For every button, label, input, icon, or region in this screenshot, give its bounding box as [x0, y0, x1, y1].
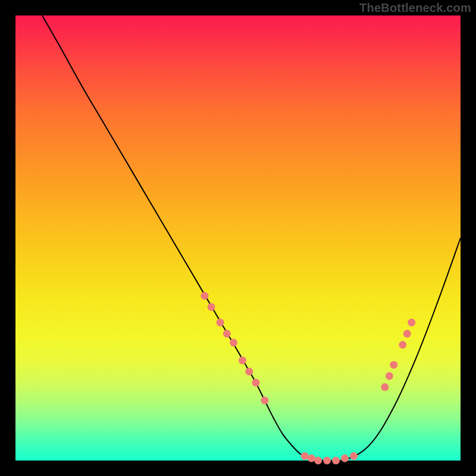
- marker-point: [323, 457, 331, 465]
- marker-point: [403, 330, 411, 337]
- curve-group: [42, 15, 461, 461]
- marker-point: [261, 397, 268, 405]
- markers-group: [201, 292, 415, 465]
- marker-point: [308, 455, 315, 462]
- marker-point: [381, 383, 389, 391]
- chart-svg: [15, 15, 461, 461]
- marker-point: [332, 457, 340, 465]
- marker-point: [245, 368, 253, 375]
- marker-point: [217, 319, 224, 327]
- series-curve: [42, 15, 461, 461]
- marker-point: [350, 452, 358, 460]
- marker-point: [252, 379, 259, 387]
- marker-point: [239, 356, 246, 364]
- marker-point: [301, 452, 309, 460]
- marker-point: [399, 341, 406, 349]
- marker-point: [390, 361, 397, 369]
- marker-point: [386, 372, 393, 380]
- marker-point: [223, 330, 231, 337]
- plot-area: [15, 15, 461, 461]
- marker-point: [230, 339, 237, 346]
- marker-point: [208, 303, 215, 311]
- marker-point: [314, 457, 322, 465]
- marker-point: [408, 319, 415, 327]
- chart-frame: TheBottleneck.com: [0, 0, 476, 476]
- marker-point: [341, 455, 349, 462]
- watermark-text: TheBottleneck.com: [359, 1, 471, 15]
- marker-point: [201, 292, 208, 300]
